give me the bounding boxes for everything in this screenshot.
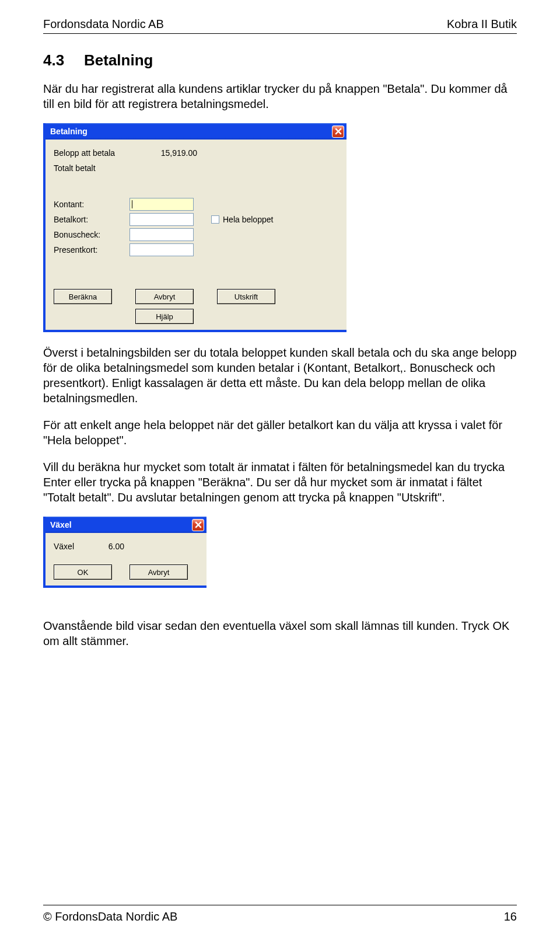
section-title: Betalning — [84, 51, 153, 69]
hjalp-button[interactable]: Hjälp — [135, 309, 194, 324]
berakna-button[interactable]: Beräkna — [54, 289, 112, 304]
dialog-title: Betalning — [50, 127, 88, 136]
section-number: 4.3 — [43, 51, 84, 69]
header-company: Fordonsdata Nordic AB — [43, 18, 164, 31]
utskrift-button[interactable]: Utskrift — [217, 289, 275, 304]
betalning-dialog: Betalning Belopp att betala 15,919.00 To… — [43, 123, 346, 332]
paragraph-3: För att enkelt ange hela beloppet när de… — [43, 417, 517, 448]
total-paid-label: Totalt betalt — [54, 163, 130, 173]
bonuscheck-label: Bonuscheck: — [54, 230, 130, 239]
close-button[interactable] — [332, 126, 344, 138]
vaxel-dialog: Växel Växel 6.00 OK Avbryt — [43, 517, 206, 588]
amount-to-pay-value: 15,919.00 — [130, 148, 200, 158]
whole-amount-label: Hela beloppet — [223, 215, 273, 224]
whole-amount-checkbox[interactable] — [211, 215, 219, 224]
titlebar[interactable]: Betalning — [46, 123, 346, 140]
footer-copyright: © FordonsData Nordic AB — [43, 910, 177, 923]
page-header: Fordonsdata Nordic AB Kobra II Butik — [43, 18, 517, 31]
vaxel-label: Växel — [54, 542, 86, 551]
presentkort-input[interactable] — [130, 243, 194, 256]
footer-rule — [43, 905, 517, 905]
titlebar[interactable]: Växel — [46, 517, 206, 533]
header-rule — [43, 33, 517, 34]
kontant-label: Kontant: — [54, 200, 130, 209]
avbryt-button[interactable]: Avbryt — [135, 289, 194, 304]
close-icon — [195, 521, 202, 528]
footer-page-number: 16 — [504, 910, 517, 923]
avbryt-button[interactable]: Avbryt — [130, 564, 188, 580]
ok-button[interactable]: OK — [54, 564, 112, 580]
paragraph-4: Vill du beräkna hur mycket som totalt är… — [43, 459, 517, 505]
presentkort-label: Presentkort: — [54, 245, 130, 255]
betalkort-input[interactable] — [130, 213, 194, 226]
amount-to-pay-label: Belopp att betala — [54, 148, 130, 158]
kontant-input[interactable] — [130, 198, 194, 211]
header-product: Kobra II Butik — [447, 18, 517, 31]
close-icon — [335, 128, 342, 135]
paragraph-2: Överst i betalningsbilden ser du totala … — [43, 345, 517, 406]
page-footer: © FordonsData Nordic AB 16 — [43, 905, 517, 923]
paragraph-5: Ovanstående bild visar sedan den eventue… — [43, 618, 517, 649]
section-heading: 4.3Betalning — [43, 51, 517, 69]
document-page: Fordonsdata Nordic AB Kobra II Butik 4.3… — [0, 0, 560, 941]
betalkort-label: Betalkort: — [54, 215, 130, 224]
dialog-title: Växel — [50, 520, 72, 529]
vaxel-value: 6.00 — [86, 542, 127, 551]
close-button[interactable] — [192, 519, 204, 531]
bonuscheck-input[interactable] — [130, 228, 194, 241]
paragraph-1: När du har registrerat alla kundens arti… — [43, 81, 517, 111]
